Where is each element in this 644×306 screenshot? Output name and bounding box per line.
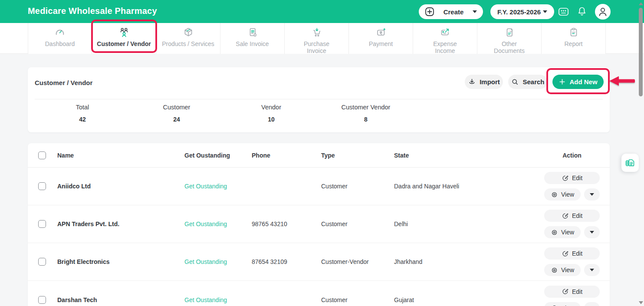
column-header-name: Name <box>57 152 74 159</box>
tab-label: Products / Services <box>162 40 214 47</box>
keyboard-icon <box>558 7 569 16</box>
user-icon <box>596 5 609 18</box>
attach-document-button[interactable] <box>621 154 639 172</box>
user-avatar[interactable] <box>595 4 611 20</box>
cell-name: Bright Electronics <box>57 258 110 265</box>
row-checkbox[interactable] <box>38 220 46 228</box>
tab-purchase-invoice[interactable]: Purchase Invoice <box>285 23 349 54</box>
download-icon <box>468 78 476 86</box>
edit-icon <box>562 174 569 182</box>
edit-icon <box>562 250 569 257</box>
cell-state: Dadra and Nagar Haveli <box>394 183 459 190</box>
view-button[interactable]: View <box>544 264 581 276</box>
table-row: APN Traders Pvt. Ltd. Get Oustanding 987… <box>28 205 610 243</box>
edit-button[interactable]: Edit <box>544 210 600 222</box>
vertical-scrollbar <box>638 0 644 306</box>
row-actions: Edit View <box>544 172 600 201</box>
scrollbar-up-button[interactable] <box>639 2 643 5</box>
edit-button[interactable]: Edit <box>544 172 600 184</box>
products-services-icon <box>183 27 194 38</box>
row-menu-button[interactable] <box>584 188 600 201</box>
tab-sale-invoice[interactable]: Sale Invoice <box>220 23 285 54</box>
cell-type: Customer-Vendor <box>321 258 369 265</box>
tab-expense-income[interactable]: Expense Income <box>413 23 477 54</box>
view-button[interactable]: View <box>544 226 581 238</box>
cell-type: Customer <box>321 220 348 227</box>
table-row: Darshan Tech Get Oustanding Customer Guj… <box>28 281 610 306</box>
nav-tabs: Dashboard Customer / Vendor <box>28 23 606 54</box>
scrollbar-thumb[interactable] <box>639 8 643 96</box>
keyboard-shortcuts-button[interactable] <box>558 7 569 16</box>
scrollbar-down-button[interactable] <box>639 301 643 304</box>
tab-payment[interactable]: Payment <box>349 23 413 54</box>
cell-name: APN Traders Pvt. Ltd. <box>57 220 119 227</box>
create-button-label: Create <box>444 8 464 16</box>
sale-invoice-icon <box>247 27 258 38</box>
report-icon <box>568 27 579 38</box>
tab-label: Payment <box>369 40 393 47</box>
notifications-button[interactable] <box>577 7 587 16</box>
edit-button-label: Edit <box>572 288 582 295</box>
edit-button[interactable]: Edit <box>544 247 600 260</box>
view-icon <box>551 229 558 236</box>
get-outstanding-link[interactable]: Get Oustanding <box>184 296 227 303</box>
edit-button[interactable]: Edit <box>544 286 600 298</box>
tab-report[interactable]: Report <box>542 23 606 54</box>
row-checkbox[interactable] <box>38 296 46 304</box>
panel-title: Customer / Vendor <box>35 79 92 86</box>
stat-total: Total 42 <box>46 104 119 123</box>
stat-customer-vendor: Customer Vendor 8 <box>329 104 403 123</box>
chevron-down-icon <box>473 10 477 13</box>
top-bar: Medicare Wholesale Pharmacy Create F.Y. … <box>0 0 644 23</box>
cell-name: Darshan Tech <box>57 296 97 303</box>
view-icon <box>551 267 558 274</box>
row-checkbox[interactable] <box>38 182 46 190</box>
customer-vendor-panel: Customer / Vendor Import Search <box>28 67 610 132</box>
create-button[interactable]: Create <box>419 4 483 19</box>
edit-icon <box>562 288 569 295</box>
view-button-label: View <box>561 305 574 306</box>
add-new-button[interactable]: Add New <box>552 75 604 89</box>
import-button[interactable]: Import <box>465 75 503 89</box>
row-menu-button[interactable] <box>584 226 600 238</box>
search-button[interactable]: Search <box>508 75 547 89</box>
stat-label: Customer <box>140 104 214 111</box>
fiscal-year-selector[interactable]: F.Y. 2025-2026 <box>490 4 554 19</box>
payment-icon <box>375 27 387 38</box>
tab-label: Purchase Invoice <box>299 40 335 54</box>
stat-value: 10 <box>234 116 308 123</box>
tab-label: Expense Income <box>427 40 463 54</box>
chevron-down-icon <box>543 10 547 13</box>
tab-dashboard[interactable]: Dashboard <box>28 23 92 54</box>
purchase-invoice-icon <box>311 27 322 38</box>
fiscal-year-label: F.Y. 2025-2026 <box>497 8 541 16</box>
get-outstanding-link[interactable]: Get Oustanding <box>184 220 227 227</box>
view-icon <box>551 191 558 198</box>
chevron-down-icon <box>590 231 594 234</box>
topbar-icon-group <box>558 0 611 23</box>
table-header-row: Name Get Oustanding Phone Type State Act… <box>28 143 610 168</box>
other-documents-icon <box>504 27 515 38</box>
tab-customer-vendor[interactable]: Customer / Vendor <box>92 23 156 54</box>
cell-state: Delhi <box>394 220 408 227</box>
cell-phone: 98765 43210 <box>252 220 287 227</box>
cell-type: Customer <box>321 183 348 190</box>
cell-state: Gujarat <box>394 296 414 303</box>
view-button-label: View <box>561 229 574 236</box>
get-outstanding-link[interactable]: Get Oustanding <box>184 258 227 265</box>
column-header-outstanding: Get Oustanding <box>184 152 230 159</box>
edit-icon <box>562 212 569 220</box>
row-menu-button[interactable] <box>584 264 600 276</box>
tab-products-services[interactable]: Products / Services <box>156 23 220 54</box>
view-button[interactable]: View <box>544 302 581 306</box>
select-all-checkbox[interactable] <box>38 151 46 159</box>
row-checkbox[interactable] <box>38 258 46 266</box>
get-outstanding-link[interactable]: Get Oustanding <box>184 183 227 190</box>
tab-label: Customer / Vendor <box>97 40 151 47</box>
search-button-label: Search <box>522 78 544 86</box>
row-menu-button[interactable] <box>584 302 600 306</box>
tab-label: Sale Invoice <box>236 40 269 47</box>
chevron-down-icon <box>590 269 594 271</box>
tab-other-documents[interactable]: Other Documents <box>477 23 542 54</box>
view-button[interactable]: View <box>544 188 581 201</box>
